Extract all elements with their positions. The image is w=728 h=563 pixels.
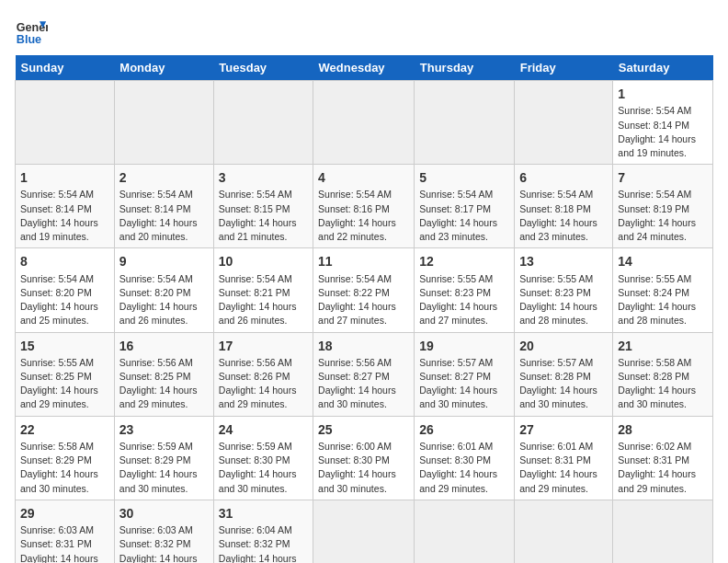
day-number: 16 [119,337,209,355]
calendar-week: 29Sunrise: 6:03 AMSunset: 8:31 PMDayligh… [16,500,713,563]
calendar-cell: 29Sunrise: 6:03 AMSunset: 8:31 PMDayligh… [16,500,115,563]
day-number: 10 [219,252,308,270]
calendar-cell [515,500,613,563]
calendar-week: 1Sunrise: 5:54 AMSunset: 8:14 PMDaylight… [16,165,713,248]
calendar-cell: 26Sunrise: 6:01 AMSunset: 8:30 PMDayligh… [415,416,515,500]
calendar-cell [515,81,613,165]
calendar-cell: 8Sunrise: 5:54 AMSunset: 8:20 PMDaylight… [16,248,115,332]
day-number: 14 [618,252,708,270]
calendar-cell: 21Sunrise: 5:58 AMSunset: 8:28 PMDayligh… [613,332,713,416]
calendar-cell: 15Sunrise: 5:55 AMSunset: 8:25 PMDayligh… [16,332,115,416]
header-day: Friday [515,55,613,81]
day-number: 17 [219,337,308,355]
day-number: 12 [419,252,509,270]
calendar-cell: 22Sunrise: 5:58 AMSunset: 8:29 PMDayligh… [16,416,115,500]
calendar-cell: 2Sunrise: 5:54 AMSunset: 8:14 PMDaylight… [114,165,213,248]
calendar-cell: 9Sunrise: 5:54 AMSunset: 8:20 PMDaylight… [114,248,213,332]
day-number: 7 [618,168,708,187]
calendar-cell: 19Sunrise: 5:57 AMSunset: 8:27 PMDayligh… [415,332,515,416]
day-number: 3 [219,168,308,187]
calendar-cell: 17Sunrise: 5:56 AMSunset: 8:26 PMDayligh… [213,332,313,416]
calendar-week: 8Sunrise: 5:54 AMSunset: 8:20 PMDaylight… [16,248,713,332]
svg-text:Blue: Blue [17,33,41,46]
calendar-cell [613,500,713,563]
calendar-cell [114,81,213,165]
day-number: 8 [20,252,109,270]
day-number: 1 [618,85,708,103]
calendar-cell: 12Sunrise: 5:55 AMSunset: 8:23 PMDayligh… [415,248,515,332]
header-day: Sunday [16,55,115,81]
calendar-cell: 31Sunrise: 6:04 AMSunset: 8:32 PMDayligh… [213,500,313,563]
calendar-cell: 24Sunrise: 5:59 AMSunset: 8:30 PMDayligh… [213,416,313,500]
header: General Blue [15,15,713,48]
day-number: 30 [119,504,209,523]
day-number: 22 [20,420,109,439]
calendar-cell: 16Sunrise: 5:56 AMSunset: 8:25 PMDayligh… [114,332,213,416]
calendar-cell: 3Sunrise: 5:54 AMSunset: 8:15 PMDaylight… [213,165,313,248]
calendar-cell: 30Sunrise: 6:03 AMSunset: 8:32 PMDayligh… [114,500,213,563]
day-number: 2 [119,168,209,187]
day-number: 31 [219,504,308,523]
day-number: 6 [519,168,608,187]
calendar-cell: 7Sunrise: 5:54 AMSunset: 8:19 PMDaylight… [613,165,713,248]
calendar-cell: 23Sunrise: 5:59 AMSunset: 8:29 PMDayligh… [114,416,213,500]
calendar-week: 1Sunrise: 5:54 AMSunset: 8:14 PMDaylight… [16,81,713,165]
day-number: 11 [318,252,409,270]
day-number: 27 [519,420,608,439]
day-number: 5 [419,168,509,187]
day-number: 13 [519,252,608,270]
header-day: Monday [114,55,213,81]
day-number: 25 [318,420,409,439]
calendar-cell: 14Sunrise: 5:55 AMSunset: 8:24 PMDayligh… [613,248,713,332]
day-number: 4 [318,168,409,187]
calendar-cell [415,500,515,563]
calendar-cell: 20Sunrise: 5:57 AMSunset: 8:28 PMDayligh… [515,332,613,416]
calendar-cell [313,500,415,563]
calendar-cell: 10Sunrise: 5:54 AMSunset: 8:21 PMDayligh… [213,248,313,332]
day-number: 1 [20,168,109,187]
day-number: 26 [419,420,509,439]
calendar-cell: 11Sunrise: 5:54 AMSunset: 8:22 PMDayligh… [313,248,415,332]
calendar-cell: 4Sunrise: 5:54 AMSunset: 8:16 PMDaylight… [313,165,415,248]
calendar-cell: 28Sunrise: 6:02 AMSunset: 8:31 PMDayligh… [613,416,713,500]
calendar-header: SundayMondayTuesdayWednesdayThursdayFrid… [16,55,713,81]
calendar-cell [313,81,415,165]
day-number: 21 [618,337,708,355]
logo: General Blue [15,15,48,48]
calendar-week: 15Sunrise: 5:55 AMSunset: 8:25 PMDayligh… [16,332,713,416]
calendar-cell: 27Sunrise: 6:01 AMSunset: 8:31 PMDayligh… [515,416,613,500]
calendar-week: 22Sunrise: 5:58 AMSunset: 8:29 PMDayligh… [16,416,713,500]
calendar-table: SundayMondayTuesdayWednesdayThursdayFrid… [15,55,713,563]
calendar-cell: 5Sunrise: 5:54 AMSunset: 8:17 PMDaylight… [415,165,515,248]
day-number: 15 [20,337,109,355]
header-day: Saturday [613,55,713,81]
day-number: 29 [20,504,109,523]
header-day: Wednesday [313,55,415,81]
calendar-cell: 1Sunrise: 5:54 AMSunset: 8:14 PMDaylight… [16,165,115,248]
header-day: Thursday [415,55,515,81]
header-day: Tuesday [213,55,313,81]
day-number: 20 [519,337,608,355]
day-number: 18 [318,337,409,355]
calendar-body: 1Sunrise: 5:54 AMSunset: 8:14 PMDaylight… [16,81,713,564]
logo-icon: General Blue [15,15,48,48]
day-number: 28 [618,420,708,439]
calendar-cell [213,81,313,165]
day-number: 9 [119,252,209,270]
calendar-cell: 25Sunrise: 6:00 AMSunset: 8:30 PMDayligh… [313,416,415,500]
calendar-cell: 1Sunrise: 5:54 AMSunset: 8:14 PMDaylight… [613,81,713,165]
day-number: 24 [219,420,308,439]
header-row: SundayMondayTuesdayWednesdayThursdayFrid… [16,55,713,81]
calendar-cell: 6Sunrise: 5:54 AMSunset: 8:18 PMDaylight… [515,165,613,248]
calendar-cell [415,81,515,165]
calendar-cell [16,81,115,165]
day-number: 19 [419,337,509,355]
calendar-cell: 13Sunrise: 5:55 AMSunset: 8:23 PMDayligh… [515,248,613,332]
day-number: 23 [119,420,209,439]
calendar-cell: 18Sunrise: 5:56 AMSunset: 8:27 PMDayligh… [313,332,415,416]
